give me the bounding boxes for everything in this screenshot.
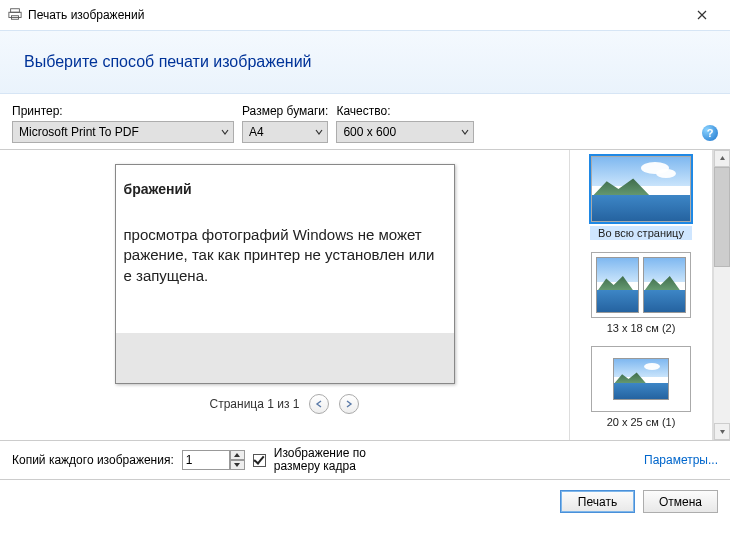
layout-label: 20 x 25 см (1)	[607, 416, 676, 428]
layout-thumb	[591, 346, 691, 412]
controls-row: Принтер: Microsoft Print To PDF Размер б…	[0, 94, 730, 149]
fit-frame-checkbox[interactable]	[253, 454, 266, 467]
quality-value: 600 x 600	[343, 125, 396, 139]
pager-text: Страница 1 из 1	[210, 397, 300, 411]
titlebar-left: Печать изображений	[8, 7, 144, 24]
layout-item-full-page[interactable]: Во всю страницу	[576, 156, 706, 240]
help-button[interactable]: ?	[702, 125, 718, 141]
chevron-down-icon	[221, 125, 229, 139]
scroll-up-button[interactable]	[714, 150, 730, 167]
paper-label: Размер бумаги:	[242, 104, 328, 118]
copies-up-button[interactable]	[230, 450, 245, 460]
preview-footer	[116, 333, 454, 383]
chevron-down-icon	[315, 125, 323, 139]
copies-label: Копий каждого изображения:	[12, 453, 174, 467]
preview-page: бражений просмотра фотографий Windows не…	[115, 164, 455, 384]
print-button[interactable]: Печать	[560, 490, 635, 513]
header-banner: Выберите способ печати изображений	[0, 30, 730, 94]
preview-body: просмотра фотографий Windows не может ра…	[116, 225, 454, 286]
scroll-down-button[interactable]	[714, 423, 730, 440]
printer-group: Принтер: Microsoft Print To PDF	[12, 104, 234, 143]
paper-combo[interactable]: A4	[242, 121, 328, 143]
layout-pane: Во всю страницу 13 x 18 см (2) 20 x 25 с…	[569, 150, 713, 440]
preview-pane: бражений просмотра фотографий Windows не…	[0, 150, 569, 440]
preview-content: бражений просмотра фотографий Windows не…	[116, 165, 454, 333]
layout-item-20x25[interactable]: 20 x 25 см (1)	[576, 346, 706, 428]
preview-line: ражение, так как принтер не установлен и…	[124, 245, 454, 265]
pager-prev-button[interactable]	[309, 394, 329, 414]
bottom-left: Копий каждого изображения: Изображение п…	[12, 447, 366, 473]
scroll-thumb[interactable]	[714, 167, 730, 267]
quality-label: Качество:	[336, 104, 474, 118]
layout-label: 13 x 18 см (2)	[607, 322, 676, 334]
printer-combo[interactable]: Microsoft Print To PDF	[12, 121, 234, 143]
quality-group: Качество: 600 x 600	[336, 104, 474, 143]
printer-value: Microsoft Print To PDF	[19, 125, 139, 139]
layout-thumb	[591, 252, 691, 318]
svg-rect-1	[9, 12, 21, 17]
quality-combo[interactable]: 600 x 600	[336, 121, 474, 143]
printer-label: Принтер:	[12, 104, 234, 118]
copies-spinner	[182, 450, 245, 470]
layout-label: Во всю страницу	[590, 226, 692, 240]
main-area: бражений просмотра фотографий Windows не…	[0, 150, 730, 440]
page-heading: Выберите способ печати изображений	[24, 53, 706, 71]
preview-title-fragment: бражений	[116, 181, 454, 197]
chevron-down-icon	[461, 125, 469, 139]
svg-rect-0	[11, 8, 20, 12]
printer-icon	[8, 7, 22, 24]
scroll-track[interactable]	[714, 167, 730, 423]
layout-scrollbar[interactable]	[713, 150, 730, 440]
window-title: Печать изображений	[28, 8, 144, 22]
fit-frame-label: Изображение по размеру кадра	[274, 447, 366, 473]
layout-thumb	[591, 156, 691, 222]
copies-input[interactable]	[182, 450, 230, 470]
copies-down-button[interactable]	[230, 460, 245, 470]
actions-bar: Печать Отмена	[0, 479, 730, 523]
paper-value: A4	[249, 125, 264, 139]
parameters-link[interactable]: Параметры...	[644, 453, 718, 467]
paper-group: Размер бумаги: A4	[242, 104, 328, 143]
pager-next-button[interactable]	[339, 394, 359, 414]
preview-line: е запущена.	[124, 266, 454, 286]
titlebar: Печать изображений	[0, 0, 730, 30]
bottom-options: Копий каждого изображения: Изображение п…	[0, 440, 730, 479]
close-button[interactable]	[682, 3, 722, 27]
pager: Страница 1 из 1	[210, 394, 360, 414]
preview-line: просмотра фотографий Windows не может	[124, 225, 454, 245]
layout-item-13x18[interactable]: 13 x 18 см (2)	[576, 252, 706, 334]
cancel-button[interactable]: Отмена	[643, 490, 718, 513]
